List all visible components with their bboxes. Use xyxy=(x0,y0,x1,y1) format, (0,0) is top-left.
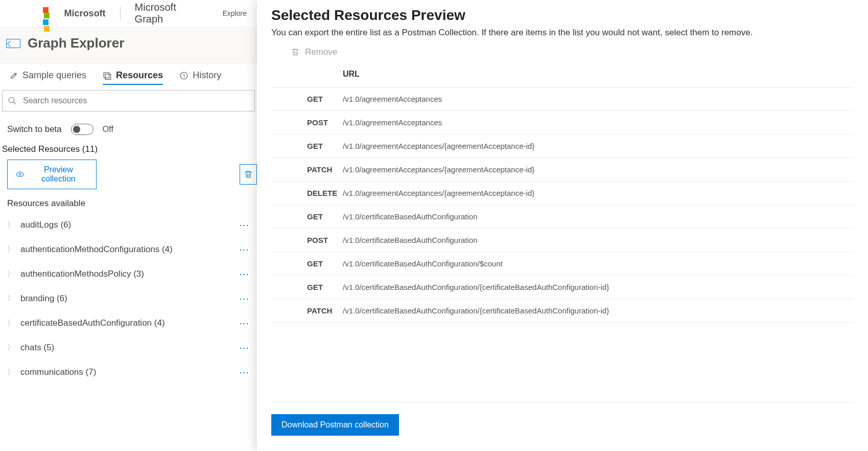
selected-resources-label: Selected Resources (11) xyxy=(0,144,257,160)
resource-name: branding (6) xyxy=(20,294,67,304)
table-row[interactable]: DELETE/v1.0/agreementAcceptances/{agreem… xyxy=(271,181,854,205)
product-name[interactable]: Microsoft Graph xyxy=(135,2,206,25)
table-row[interactable]: POST/v1.0/agreementAcceptances xyxy=(271,110,854,134)
preview-button-label: Preview collection xyxy=(29,165,87,184)
more-options-icon[interactable]: ⋮ xyxy=(239,245,250,254)
delete-selected-button[interactable] xyxy=(240,164,257,185)
svg-point-3 xyxy=(9,97,14,103)
table-row[interactable]: GET/v1.0/agreementAcceptances xyxy=(271,87,854,110)
http-method: PATCH xyxy=(307,306,343,315)
chevron-right-icon: 〉 xyxy=(7,220,14,230)
trash-icon xyxy=(244,170,253,179)
endpoint-url: /v1.0/certificateBasedAuthConfiguration/… xyxy=(343,259,503,268)
resource-item[interactable]: 〉chats (5)⋮ xyxy=(0,335,257,360)
resource-item[interactable]: 〉certificateBasedAuthConfiguration (4)⋮ xyxy=(0,311,257,335)
resource-name: auditLogs (6) xyxy=(20,220,71,230)
resource-item[interactable]: 〉authenticationMethodConfigurations (4)⋮ xyxy=(0,237,257,262)
tab-history[interactable]: History xyxy=(179,70,221,85)
chevron-right-icon: 〉 xyxy=(7,368,14,377)
endpoint-url: /v1.0/agreementAcceptances/{agreementAcc… xyxy=(343,142,534,150)
sidebar-tabs: Sample queries Resources History xyxy=(0,64,257,90)
tab-label: Sample queries xyxy=(22,70,86,81)
graph-explorer-icon xyxy=(6,39,20,48)
download-postman-button[interactable]: Download Postman collection xyxy=(271,414,399,436)
resource-item[interactable]: 〉communications (7)⋮ xyxy=(0,360,257,385)
more-options-icon[interactable]: ⋮ xyxy=(239,344,250,352)
more-options-icon[interactable]: ⋮ xyxy=(239,270,250,278)
beta-toggle[interactable] xyxy=(71,124,93,135)
resource-name: communications (7) xyxy=(20,367,96,377)
beta-switch-row: Switch to beta Off xyxy=(0,111,257,144)
endpoint-url: /v1.0/agreementAcceptances xyxy=(343,118,442,127)
resource-item[interactable]: 〉authenticationMethodsPolicy (3)⋮ xyxy=(0,262,257,286)
http-method: POST xyxy=(307,236,343,244)
resource-name: authenticationMethodsPolicy (3) xyxy=(20,269,144,279)
http-method: GET xyxy=(307,142,343,150)
http-method: GET xyxy=(307,95,343,103)
http-method: DELETE xyxy=(307,189,343,197)
toggle-state: Off xyxy=(103,125,113,134)
page-title: Graph Explorer xyxy=(28,35,124,51)
switch-to-beta-label: Switch to beta xyxy=(7,124,62,134)
table-row[interactable]: PATCH/v1.0/agreementAcceptances/{agreeme… xyxy=(271,157,854,181)
resource-name: chats (5) xyxy=(20,343,54,353)
chevron-right-icon: 〉 xyxy=(7,245,14,254)
chevron-right-icon: 〉 xyxy=(7,294,14,303)
http-method: GET xyxy=(307,283,343,291)
more-options-icon[interactable]: ⋮ xyxy=(239,295,250,303)
resource-name: certificateBasedAuthConfiguration (4) xyxy=(20,318,165,328)
column-url: URL xyxy=(343,70,360,79)
resource-item[interactable]: 〉auditLogs (6)⋮ xyxy=(0,213,257,237)
endpoint-url: /v1.0/agreementAcceptances/{agreementAcc… xyxy=(343,189,534,197)
trash-icon xyxy=(291,48,300,57)
http-method: PATCH xyxy=(307,165,343,174)
chevron-right-icon: 〉 xyxy=(7,269,14,279)
microsoft-logo-icon xyxy=(43,7,55,19)
resources-icon xyxy=(103,71,112,80)
chevron-right-icon: 〉 xyxy=(7,343,14,352)
resource-item[interactable]: 〉branding (6)⋮ xyxy=(0,286,257,311)
remove-label: Remove xyxy=(305,47,337,57)
remove-button[interactable]: Remove xyxy=(271,44,854,64)
svg-line-4 xyxy=(13,102,16,104)
more-options-icon[interactable]: ⋮ xyxy=(239,319,250,327)
preview-collection-button[interactable]: Preview collection xyxy=(7,160,97,189)
svg-point-5 xyxy=(19,173,21,175)
chevron-right-icon: 〉 xyxy=(7,319,14,328)
endpoint-url: /v1.0/certificateBasedAuthConfiguration/… xyxy=(343,306,609,315)
endpoint-url: /v1.0/agreementAcceptances xyxy=(343,95,442,103)
more-options-icon[interactable]: ⋮ xyxy=(239,221,250,229)
table-row[interactable]: GET/v1.0/certificateBasedAuthConfigurati… xyxy=(271,252,854,275)
http-method: POST xyxy=(307,118,343,127)
panel-title: Selected Resources Preview xyxy=(271,7,854,24)
svg-rect-1 xyxy=(105,74,111,80)
tab-label: History xyxy=(193,70,221,81)
preview-panel: Selected Resources Preview You can expor… xyxy=(257,0,868,451)
svg-rect-0 xyxy=(104,73,109,78)
nav-explorer[interactable]: Explore xyxy=(223,9,247,17)
endpoint-url: /v1.0/agreementAcceptances/{agreementAcc… xyxy=(343,165,534,174)
eye-icon xyxy=(16,170,24,179)
http-method: GET xyxy=(307,212,343,221)
brand-name[interactable]: Microsoft xyxy=(64,8,106,19)
table-row[interactable]: GET/v1.0/certificateBasedAuthConfigurati… xyxy=(271,205,854,228)
table-header: URL xyxy=(271,64,854,87)
resources-available-label: Resources available xyxy=(0,194,257,213)
endpoint-url: /v1.0/certificateBasedAuthConfiguration xyxy=(343,212,478,221)
panel-subtitle: You can export the entire list as a Post… xyxy=(271,28,854,38)
http-method: GET xyxy=(307,259,343,268)
table-row[interactable]: GET/v1.0/certificateBasedAuthConfigurati… xyxy=(271,275,854,299)
table-row[interactable]: PATCH/v1.0/certificateBasedAuthConfigura… xyxy=(271,299,854,323)
table-row[interactable]: POST/v1.0/certificateBasedAuthConfigurat… xyxy=(271,228,854,252)
more-options-icon[interactable]: ⋮ xyxy=(239,368,250,376)
page-header: Graph Explorer xyxy=(0,27,257,64)
tab-resources[interactable]: Resources xyxy=(103,70,163,85)
tab-label: Resources xyxy=(116,70,163,81)
tab-sample-queries[interactable]: Sample queries xyxy=(9,70,86,85)
table-row[interactable]: GET/v1.0/agreementAcceptances/{agreement… xyxy=(271,134,854,157)
endpoint-url: /v1.0/certificateBasedAuthConfiguration/… xyxy=(343,283,609,291)
search-icon xyxy=(8,96,17,105)
search-resources-box[interactable] xyxy=(2,90,255,111)
search-input[interactable] xyxy=(23,96,249,105)
history-icon xyxy=(179,71,189,80)
